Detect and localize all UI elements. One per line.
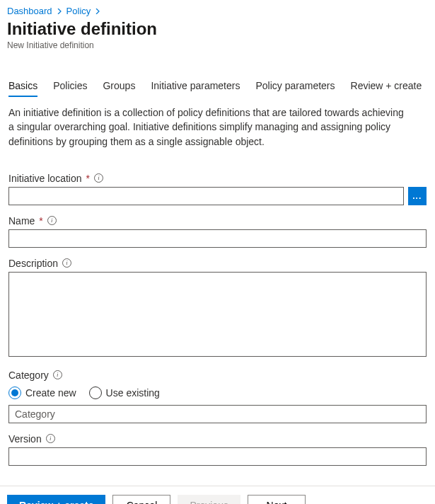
info-icon[interactable]: i bbox=[53, 370, 62, 379]
input-category[interactable] bbox=[8, 405, 427, 423]
previous-button: Previous bbox=[178, 495, 240, 504]
breadcrumb: Dashboard Policy bbox=[0, 0, 435, 18]
field-name: Name * i bbox=[8, 215, 427, 248]
info-icon[interactable]: i bbox=[47, 216, 57, 225]
tab-policy-parameters[interactable]: Policy parameters bbox=[255, 76, 335, 97]
tab-bar: Basics Policies Groups Initiative parame… bbox=[0, 56, 435, 97]
scope-picker-button[interactable]: ... bbox=[408, 187, 427, 205]
next-button[interactable]: Next bbox=[248, 495, 306, 504]
required-marker: * bbox=[39, 215, 42, 227]
breadcrumb-item-policy[interactable]: Policy bbox=[66, 6, 91, 16]
page-subtitle: New Initiative definition bbox=[7, 40, 428, 50]
radio-label-create-new: Create new bbox=[25, 387, 76, 399]
tab-groups[interactable]: Groups bbox=[103, 76, 135, 97]
chevron-right-icon bbox=[57, 8, 62, 14]
chevron-right-icon bbox=[95, 8, 100, 14]
tab-policies[interactable]: Policies bbox=[53, 76, 87, 97]
footer-actions: Review + create Cancel Previous Next bbox=[0, 486, 435, 504]
field-description: Description i bbox=[8, 258, 427, 360]
page-title: Initiative definition bbox=[7, 19, 428, 39]
label-initiative-location: Initiative location bbox=[8, 173, 82, 184]
field-version: Version i bbox=[8, 433, 427, 466]
tab-description-text: An initiative definition is a collection… bbox=[0, 97, 417, 149]
tab-review-create[interactable]: Review + create bbox=[351, 76, 422, 97]
page-header: Initiative definition New Initiative def… bbox=[0, 19, 435, 56]
input-version[interactable] bbox=[8, 447, 427, 466]
breadcrumb-item-dashboard[interactable]: Dashboard bbox=[7, 6, 52, 16]
info-icon[interactable]: i bbox=[46, 434, 55, 443]
field-category: Category i Create new Use existing bbox=[8, 370, 427, 423]
radio-create-new[interactable]: Create new bbox=[8, 386, 76, 399]
required-marker: * bbox=[86, 173, 90, 184]
label-version: Version bbox=[8, 433, 42, 445]
info-icon[interactable]: i bbox=[94, 173, 103, 183]
radio-icon bbox=[89, 386, 102, 399]
radio-label-use-existing: Use existing bbox=[106, 387, 160, 399]
form-basics: Initiative location * i ... Name * i Des… bbox=[0, 149, 435, 466]
label-name: Name bbox=[8, 215, 35, 227]
radio-icon bbox=[8, 386, 21, 399]
input-description[interactable] bbox=[8, 272, 427, 357]
label-description: Description bbox=[8, 258, 58, 269]
radio-use-existing[interactable]: Use existing bbox=[89, 386, 160, 399]
tab-initiative-parameters[interactable]: Initiative parameters bbox=[151, 76, 240, 97]
label-category: Category bbox=[8, 370, 49, 381]
tab-basics[interactable]: Basics bbox=[8, 76, 37, 97]
input-initiative-location[interactable] bbox=[8, 187, 404, 205]
cancel-button[interactable]: Cancel bbox=[112, 495, 170, 504]
review-create-button[interactable]: Review + create bbox=[7, 495, 105, 504]
info-icon[interactable]: i bbox=[62, 258, 71, 268]
input-name[interactable] bbox=[8, 229, 427, 248]
field-initiative-location: Initiative location * i ... bbox=[8, 173, 427, 205]
